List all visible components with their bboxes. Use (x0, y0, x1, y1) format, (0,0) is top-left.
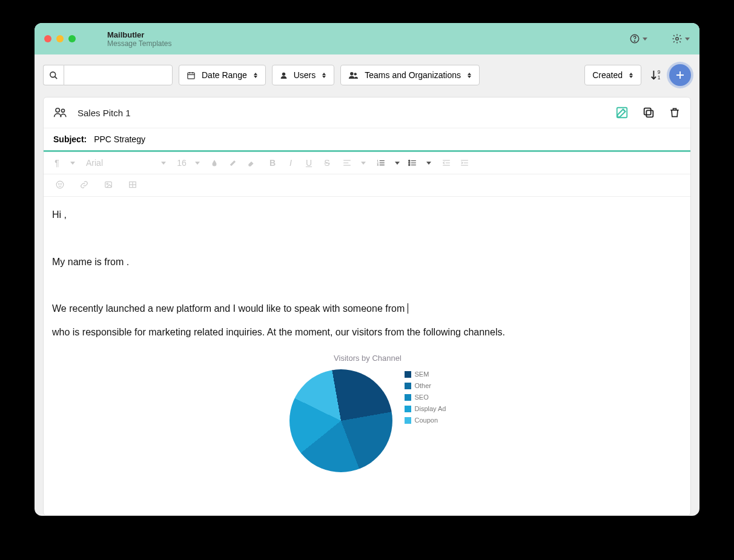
svg-rect-46 (105, 182, 112, 187)
legend-item: SEO (405, 392, 446, 403)
svg-text:1: 1 (658, 75, 661, 81)
svg-point-32 (409, 162, 410, 163)
svg-rect-5 (188, 73, 194, 79)
svg-point-33 (409, 164, 410, 165)
sort-direction-button[interactable]: 9 1 (650, 68, 663, 82)
dropdown-icon (361, 162, 366, 165)
highlight-button[interactable] (229, 159, 239, 167)
delete-button[interactable] (669, 106, 681, 119)
svg-point-9 (282, 72, 285, 75)
svg-point-10 (350, 72, 353, 75)
search-button[interactable] (43, 65, 64, 85)
filters-toolbar: Date Range Users Teams and Organizations… (35, 54, 699, 97)
emoji-button[interactable] (56, 180, 65, 189)
copy-icon (642, 106, 655, 119)
date-range-filter[interactable]: Date Range (179, 65, 266, 85)
image-button[interactable] (104, 180, 114, 189)
chart: Visitors by Channel SEMOtherSEODisplay A… (52, 352, 683, 472)
svg-point-1 (634, 41, 635, 41)
table-button[interactable] (128, 180, 138, 189)
chevron-down-icon (685, 38, 690, 41)
font-family-select[interactable]: Arial (86, 158, 153, 168)
svg-point-3 (50, 71, 56, 77)
duplicate-button[interactable] (642, 106, 655, 119)
add-template-button[interactable] (669, 64, 691, 86)
link-button[interactable] (80, 180, 90, 189)
clear-format-button[interactable] (247, 159, 257, 167)
date-range-label: Date Range (202, 70, 247, 80)
dropdown-icon (426, 162, 431, 165)
dropdown-icon (395, 162, 400, 165)
unordered-list-button[interactable] (408, 159, 418, 166)
users-label: Users (294, 70, 316, 80)
title-text: Mailbutler Message Templates (107, 30, 172, 48)
titlebar: Mailbutler Message Templates (35, 23, 699, 54)
ol-icon: 123 (377, 159, 385, 166)
svg-point-11 (354, 73, 357, 75)
svg-point-45 (61, 183, 61, 184)
legend-swatch (405, 406, 411, 412)
paragraph-style-button[interactable]: ¶ (52, 158, 62, 168)
font-color-button[interactable] (211, 159, 220, 167)
legend-swatch (405, 417, 411, 424)
editor-toolbar-secondary (44, 174, 690, 197)
legend-label: SEO (415, 392, 429, 403)
underline-button[interactable]: U (304, 158, 314, 168)
edit-button[interactable] (615, 106, 629, 119)
sort-caret-icon (467, 73, 472, 78)
legend-label: Other (415, 381, 432, 391)
ordered-list-button[interactable]: 123 (377, 159, 386, 166)
pie-chart (289, 369, 392, 472)
align-button[interactable] (343, 159, 352, 166)
settings-menu[interactable] (672, 33, 690, 44)
italic-button[interactable]: I (286, 158, 296, 168)
indent-decrease-button[interactable] (442, 159, 452, 166)
link-icon (80, 180, 88, 189)
ul-icon (408, 159, 417, 166)
subject-value: PPC Strategy (94, 134, 145, 144)
calendar-icon (187, 71, 196, 80)
search-input[interactable] (64, 65, 173, 85)
sort-desc-icon: 9 1 (650, 68, 663, 82)
gear-icon (672, 33, 683, 44)
indent-icon (460, 159, 469, 166)
teams-filter[interactable]: Teams and Organizations (340, 65, 480, 85)
svg-rect-20 (646, 110, 653, 117)
svg-point-31 (409, 160, 410, 161)
indent-increase-button[interactable] (460, 159, 470, 166)
table-icon (128, 180, 137, 189)
app-title: Mailbutler (107, 30, 172, 39)
editor-toolbar: ¶ Arial 16 (44, 152, 690, 174)
font-size-select[interactable]: 16 (177, 158, 187, 168)
share-team-icon (53, 107, 68, 119)
svg-text:3: 3 (377, 163, 379, 166)
sort-caret-icon (629, 73, 633, 78)
svg-rect-21 (644, 108, 651, 115)
dropdown-icon (161, 162, 166, 165)
chevron-down-icon (643, 38, 647, 41)
svg-point-18 (61, 109, 64, 112)
sort-caret-icon (253, 73, 258, 78)
dropdown-icon (70, 162, 75, 165)
close-window-button[interactable] (44, 35, 51, 42)
legend-item: SEM (405, 369, 446, 380)
body-paragraph: We recently launched a new platform and … (52, 301, 683, 317)
highlighter-icon (229, 159, 237, 167)
body-paragraph: Hi , (52, 208, 683, 223)
svg-point-47 (107, 183, 108, 185)
maximize-window-button[interactable] (68, 35, 76, 42)
svg-point-44 (59, 183, 59, 184)
search-icon (49, 71, 58, 80)
help-menu[interactable] (629, 33, 647, 44)
bold-button[interactable]: B (268, 158, 277, 168)
sort-select[interactable]: Created (584, 65, 641, 85)
team-icon (348, 71, 359, 79)
editor-body[interactable]: Hi , My name is from . We recently launc… (44, 197, 690, 515)
app-window: Mailbutler Message Templates Date Range (35, 23, 699, 516)
users-filter[interactable]: Users (272, 65, 335, 85)
strike-button[interactable]: S (322, 158, 332, 168)
chart-title: Visitors by Channel (52, 352, 683, 364)
outdent-icon (442, 159, 451, 166)
minimize-window-button[interactable] (56, 35, 64, 42)
template-card: Sales Pitch 1 Subject: PPC Strategy ¶ (43, 97, 691, 516)
